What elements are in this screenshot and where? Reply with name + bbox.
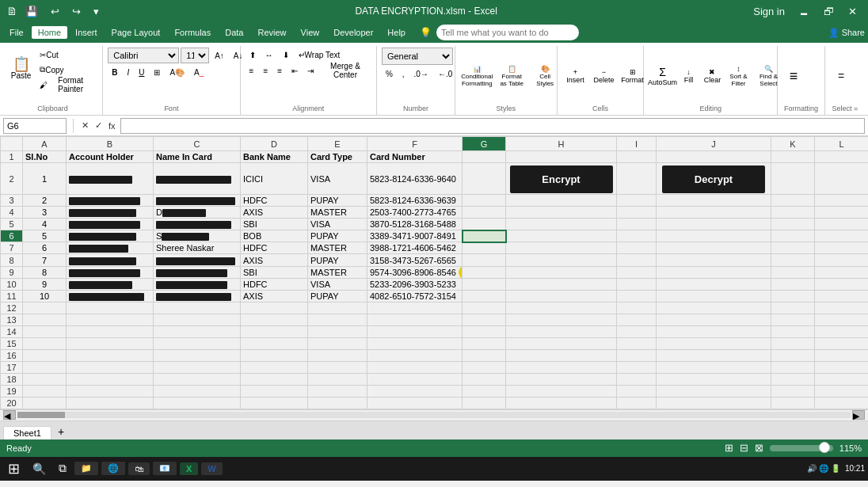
border-btn[interactable]: ⊞ xyxy=(150,65,164,79)
maximize-btn[interactable]: 🗗 xyxy=(819,4,839,19)
cell-i8[interactable] xyxy=(617,254,657,266)
page-break-view-btn[interactable]: ⊠ xyxy=(755,442,763,454)
cell-j10[interactable] xyxy=(657,278,771,290)
search-box[interactable] xyxy=(436,25,579,40)
cell-k6[interactable] xyxy=(771,230,815,242)
windows-start-btn[interactable]: ⊞ xyxy=(3,458,25,479)
cell-e2[interactable]: VISA xyxy=(308,163,367,195)
cell-i4[interactable] xyxy=(617,207,657,219)
cell-h6[interactable] xyxy=(506,230,617,242)
excel-taskbar-btn[interactable]: X xyxy=(180,462,198,475)
mail-btn[interactable]: 📧 xyxy=(153,462,177,475)
fill-color-btn[interactable]: A🎨 xyxy=(166,65,188,79)
cell-g6[interactable] xyxy=(463,230,506,242)
sign-in-btn[interactable]: Sign in xyxy=(748,4,790,19)
col-header-g[interactable]: G xyxy=(463,137,506,151)
cell-i11[interactable] xyxy=(617,290,657,302)
cell-c5[interactable] xyxy=(154,219,241,230)
col-header-b[interactable]: B xyxy=(67,137,154,151)
cell-e1[interactable]: Card Type xyxy=(308,151,367,163)
cell-l2[interactable] xyxy=(815,163,869,195)
cell-f6[interactable]: 3389-3471-9007-8491 xyxy=(367,230,463,242)
cell-j6[interactable] xyxy=(657,230,771,242)
cell-b6[interactable] xyxy=(67,230,154,242)
function-btn[interactable]: ✕ xyxy=(80,120,90,131)
copy-btn[interactable]: ⧉ Copy xyxy=(36,63,97,77)
font-size-select[interactable]: 11 xyxy=(181,48,209,63)
edge-btn[interactable]: 🌐 xyxy=(101,462,125,475)
cell-c10[interactable] xyxy=(154,278,241,290)
cell-l11[interactable] xyxy=(815,290,869,302)
cell-a4[interactable]: 3 xyxy=(23,207,67,219)
menu-insert[interactable]: Insert xyxy=(69,26,104,39)
cell-l9[interactable] xyxy=(815,266,869,278)
cell-b2[interactable] xyxy=(67,163,154,195)
cell-j1[interactable] xyxy=(657,151,771,163)
menu-view[interactable]: View xyxy=(295,26,326,39)
number-format-select[interactable]: General xyxy=(382,48,453,65)
cell-i9[interactable] xyxy=(617,266,657,278)
cell-j8[interactable] xyxy=(657,254,771,266)
share-btn[interactable]: 👤 Share xyxy=(828,28,865,38)
align-center-btn[interactable]: ≡ xyxy=(259,63,272,78)
cell-d7[interactable]: HDFC xyxy=(241,242,308,254)
format-painter-btn[interactable]: 🖌 Format Painter xyxy=(36,78,97,92)
cell-h3[interactable] xyxy=(506,195,617,207)
cell-styles-btn[interactable]: 🎨 Cell Styles xyxy=(530,55,560,97)
cell-l3[interactable] xyxy=(815,195,869,207)
scroll-left-btn[interactable]: ◀ xyxy=(3,410,16,420)
cell-d1[interactable]: Bank Name xyxy=(241,151,308,163)
increase-decimal-btn[interactable]: .0→ xyxy=(410,67,432,81)
cell-e8[interactable]: PUPAY xyxy=(308,254,367,266)
menu-home[interactable]: Home xyxy=(32,26,67,39)
cell-i3[interactable] xyxy=(617,195,657,207)
autosum-btn[interactable]: Σ AutoSum xyxy=(649,55,676,97)
cell-b11[interactable] xyxy=(67,290,154,302)
undo-btn[interactable]: ↩ xyxy=(46,4,64,19)
cell-j9[interactable] xyxy=(657,266,771,278)
align-bottom-btn[interactable]: ⬇ xyxy=(279,48,293,62)
menu-data[interactable]: Data xyxy=(219,26,249,39)
menu-formulas[interactable]: Formulas xyxy=(168,26,217,39)
quick-save-btn[interactable]: 💾 xyxy=(21,4,43,19)
cell-j4[interactable] xyxy=(657,207,771,219)
cell-d5[interactable]: SBI xyxy=(241,219,308,230)
cell-a5[interactable]: 4 xyxy=(23,219,67,230)
cell-b3[interactable] xyxy=(67,195,154,207)
align-middle-btn[interactable]: ↔ xyxy=(261,48,277,62)
cell-a11[interactable]: 10 xyxy=(23,290,67,302)
cell-i2[interactable] xyxy=(617,163,657,195)
insert-btn[interactable]: + Insert xyxy=(562,55,589,97)
indent-decrease-btn[interactable]: ⇤ xyxy=(287,63,302,78)
menu-file[interactable]: File xyxy=(3,26,30,39)
comma-btn[interactable]: , xyxy=(398,67,409,81)
menu-help[interactable]: Help xyxy=(381,26,412,39)
italic-btn[interactable]: I xyxy=(123,65,133,79)
merge-center-btn[interactable]: Merge & Center xyxy=(319,63,371,78)
normal-view-btn[interactable]: ⊞ xyxy=(725,442,733,454)
cell-i6[interactable] xyxy=(617,230,657,242)
align-right-btn[interactable]: ≡ xyxy=(273,63,286,78)
cell-h8[interactable] xyxy=(506,254,617,266)
cell-l10[interactable] xyxy=(815,278,869,290)
cut-btn[interactable]: ✂ Cut xyxy=(36,48,97,62)
cell-c7[interactable]: Sheree Naskar xyxy=(154,242,241,254)
cell-a10[interactable]: 9 xyxy=(23,278,67,290)
cell-g9[interactable] xyxy=(463,266,506,278)
indent-increase-btn[interactable]: ⇥ xyxy=(303,63,318,78)
cell-g10[interactable] xyxy=(463,278,506,290)
conditional-formatting-btn[interactable]: 📊 Conditional Formatting xyxy=(460,55,493,97)
scroll-track[interactable] xyxy=(17,412,851,418)
cell-e9[interactable]: MASTER xyxy=(308,266,367,278)
cell-e3[interactable]: PUPAY xyxy=(308,195,367,207)
col-header-j[interactable]: J xyxy=(657,137,771,151)
cell-b10[interactable] xyxy=(67,278,154,290)
cell-d4[interactable]: AXIS xyxy=(241,207,308,219)
redo-btn[interactable]: ↪ xyxy=(67,4,86,19)
cell-e7[interactable]: MASTER xyxy=(308,242,367,254)
cell-k9[interactable] xyxy=(771,266,815,278)
align-left-btn[interactable]: ≡ xyxy=(246,63,258,78)
cell-a8[interactable]: 7 xyxy=(23,254,67,266)
cell-k4[interactable] xyxy=(771,207,815,219)
cell-c3[interactable] xyxy=(154,195,241,207)
